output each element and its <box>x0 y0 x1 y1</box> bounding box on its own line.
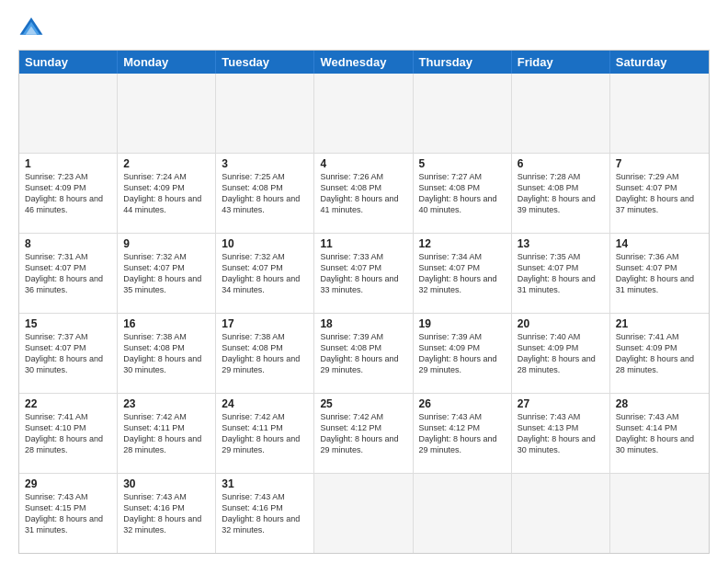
day-number: 19 <box>419 317 506 330</box>
day-number: 10 <box>222 237 308 250</box>
calendar-cell: 18Sunrise: 7:39 AMSunset: 4:08 PMDayligh… <box>314 314 413 393</box>
day-number: 12 <box>419 237 506 250</box>
calendar-cell: 12Sunrise: 7:34 AMSunset: 4:07 PMDayligh… <box>414 234 512 313</box>
calendar-cell <box>414 74 512 153</box>
calendar-cell <box>216 74 314 153</box>
calendar-cell <box>314 74 413 153</box>
calendar-cell: 16Sunrise: 7:38 AMSunset: 4:08 PMDayligh… <box>118 314 216 393</box>
header-saturday: Saturday <box>610 51 709 74</box>
calendar-cell: 10Sunrise: 7:32 AMSunset: 4:07 PMDayligh… <box>216 234 314 313</box>
cell-info: Sunrise: 7:41 AMSunset: 4:09 PMDaylight:… <box>616 331 703 376</box>
calendar-cell: 8Sunrise: 7:31 AMSunset: 4:07 PMDaylight… <box>19 234 118 313</box>
day-number: 23 <box>123 397 210 410</box>
calendar-cell: 28Sunrise: 7:43 AMSunset: 4:14 PMDayligh… <box>610 394 709 473</box>
calendar-header: Sunday Monday Tuesday Wednesday Thursday… <box>19 51 709 74</box>
header-thursday: Thursday <box>414 51 512 74</box>
cell-info: Sunrise: 7:41 AMSunset: 4:10 PMDaylight:… <box>25 411 111 456</box>
calendar-cell: 15Sunrise: 7:37 AMSunset: 4:07 PMDayligh… <box>19 314 118 393</box>
day-number: 8 <box>25 237 111 250</box>
header <box>18 15 710 40</box>
calendar-row-4: 22Sunrise: 7:41 AMSunset: 4:10 PMDayligh… <box>19 393 709 473</box>
day-number: 7 <box>616 157 703 170</box>
calendar-row-1: 1Sunrise: 7:23 AMSunset: 4:09 PMDaylight… <box>19 153 709 233</box>
day-number: 31 <box>222 477 308 490</box>
calendar-cell <box>118 74 216 153</box>
calendar-cell: 21Sunrise: 7:41 AMSunset: 4:09 PMDayligh… <box>610 314 709 393</box>
calendar-cell: 29Sunrise: 7:43 AMSunset: 4:15 PMDayligh… <box>19 474 118 553</box>
calendar-cell: 11Sunrise: 7:33 AMSunset: 4:07 PMDayligh… <box>314 234 413 313</box>
header-sunday: Sunday <box>19 51 118 74</box>
calendar-cell: 14Sunrise: 7:36 AMSunset: 4:07 PMDayligh… <box>610 234 709 313</box>
day-number: 21 <box>616 317 703 330</box>
cell-info: Sunrise: 7:43 AMSunset: 4:14 PMDaylight:… <box>616 411 703 456</box>
day-number: 4 <box>320 157 406 170</box>
cell-info: Sunrise: 7:43 AMSunset: 4:15 PMDaylight:… <box>25 491 111 536</box>
cell-info: Sunrise: 7:32 AMSunset: 4:07 PMDaylight:… <box>222 251 308 296</box>
calendar-cell: 20Sunrise: 7:40 AMSunset: 4:09 PMDayligh… <box>512 314 610 393</box>
calendar-cell: 5Sunrise: 7:27 AMSunset: 4:08 PMDaylight… <box>414 154 512 233</box>
cell-info: Sunrise: 7:31 AMSunset: 4:07 PMDaylight:… <box>25 251 111 296</box>
cell-info: Sunrise: 7:26 AMSunset: 4:08 PMDaylight:… <box>320 171 406 216</box>
day-number: 30 <box>123 477 210 490</box>
day-number: 16 <box>123 317 210 330</box>
cell-info: Sunrise: 7:29 AMSunset: 4:07 PMDaylight:… <box>616 171 703 216</box>
page: Sunday Monday Tuesday Wednesday Thursday… <box>0 0 728 563</box>
calendar-cell: 3Sunrise: 7:25 AMSunset: 4:08 PMDaylight… <box>216 154 314 233</box>
calendar-cell: 31Sunrise: 7:43 AMSunset: 4:16 PMDayligh… <box>216 474 314 553</box>
day-number: 13 <box>518 237 604 250</box>
calendar-cell: 27Sunrise: 7:43 AMSunset: 4:13 PMDayligh… <box>512 394 610 473</box>
cell-info: Sunrise: 7:43 AMSunset: 4:16 PMDaylight:… <box>123 491 210 536</box>
day-number: 1 <box>25 157 111 170</box>
cell-info: Sunrise: 7:25 AMSunset: 4:08 PMDaylight:… <box>222 171 308 216</box>
calendar-cell: 13Sunrise: 7:35 AMSunset: 4:07 PMDayligh… <box>512 234 610 313</box>
cell-info: Sunrise: 7:28 AMSunset: 4:08 PMDaylight:… <box>518 171 604 216</box>
calendar-cell <box>610 474 709 553</box>
cell-info: Sunrise: 7:40 AMSunset: 4:09 PMDaylight:… <box>518 331 604 376</box>
calendar-cell: 7Sunrise: 7:29 AMSunset: 4:07 PMDaylight… <box>610 154 709 233</box>
day-number: 24 <box>222 397 308 410</box>
day-number: 22 <box>25 397 111 410</box>
cell-info: Sunrise: 7:39 AMSunset: 4:08 PMDaylight:… <box>320 331 406 376</box>
cell-info: Sunrise: 7:42 AMSunset: 4:11 PMDaylight:… <box>222 411 308 456</box>
calendar-cell <box>512 74 610 153</box>
day-number: 15 <box>25 317 111 330</box>
calendar-cell: 9Sunrise: 7:32 AMSunset: 4:07 PMDaylight… <box>118 234 216 313</box>
cell-info: Sunrise: 7:42 AMSunset: 4:11 PMDaylight:… <box>123 411 210 456</box>
calendar-cell: 22Sunrise: 7:41 AMSunset: 4:10 PMDayligh… <box>19 394 118 473</box>
day-number: 3 <box>222 157 308 170</box>
logo-icon <box>18 15 44 40</box>
day-number: 5 <box>419 157 506 170</box>
cell-info: Sunrise: 7:32 AMSunset: 4:07 PMDaylight:… <box>123 251 210 296</box>
day-number: 14 <box>616 237 703 250</box>
day-number: 20 <box>518 317 604 330</box>
calendar-cell: 6Sunrise: 7:28 AMSunset: 4:08 PMDaylight… <box>512 154 610 233</box>
calendar-body: 1Sunrise: 7:23 AMSunset: 4:09 PMDaylight… <box>19 74 709 553</box>
cell-info: Sunrise: 7:38 AMSunset: 4:08 PMDaylight:… <box>123 331 210 376</box>
cell-info: Sunrise: 7:23 AMSunset: 4:09 PMDaylight:… <box>25 171 111 216</box>
cell-info: Sunrise: 7:43 AMSunset: 4:12 PMDaylight:… <box>419 411 506 456</box>
cell-info: Sunrise: 7:43 AMSunset: 4:13 PMDaylight:… <box>518 411 604 456</box>
calendar-cell <box>610 74 709 153</box>
calendar-cell <box>19 74 118 153</box>
cell-info: Sunrise: 7:33 AMSunset: 4:07 PMDaylight:… <box>320 251 406 296</box>
cell-info: Sunrise: 7:35 AMSunset: 4:07 PMDaylight:… <box>518 251 604 296</box>
calendar-cell: 4Sunrise: 7:26 AMSunset: 4:08 PMDaylight… <box>314 154 413 233</box>
day-number: 26 <box>419 397 506 410</box>
logo <box>18 15 48 40</box>
cell-info: Sunrise: 7:43 AMSunset: 4:16 PMDaylight:… <box>222 491 308 536</box>
cell-info: Sunrise: 7:36 AMSunset: 4:07 PMDaylight:… <box>616 251 703 296</box>
calendar-cell: 17Sunrise: 7:38 AMSunset: 4:08 PMDayligh… <box>216 314 314 393</box>
cell-info: Sunrise: 7:38 AMSunset: 4:08 PMDaylight:… <box>222 331 308 376</box>
day-number: 9 <box>123 237 210 250</box>
calendar-cell: 26Sunrise: 7:43 AMSunset: 4:12 PMDayligh… <box>414 394 512 473</box>
day-number: 29 <box>25 477 111 490</box>
cell-info: Sunrise: 7:39 AMSunset: 4:09 PMDaylight:… <box>419 331 506 376</box>
calendar-cell: 24Sunrise: 7:42 AMSunset: 4:11 PMDayligh… <box>216 394 314 473</box>
day-number: 28 <box>616 397 703 410</box>
day-number: 11 <box>320 237 406 250</box>
day-number: 18 <box>320 317 406 330</box>
day-number: 2 <box>123 157 210 170</box>
calendar-cell: 30Sunrise: 7:43 AMSunset: 4:16 PMDayligh… <box>118 474 216 553</box>
day-number: 27 <box>518 397 604 410</box>
calendar-cell <box>414 474 512 553</box>
